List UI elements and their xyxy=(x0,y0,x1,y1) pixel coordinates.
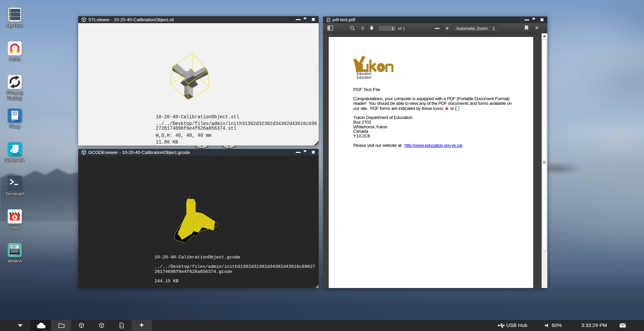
svg-text:Education: Education xyxy=(357,72,371,76)
svg-text:A: A xyxy=(327,19,329,22)
svg-text:A: A xyxy=(120,324,122,328)
svg-text:Éducation: Éducation xyxy=(357,75,372,79)
